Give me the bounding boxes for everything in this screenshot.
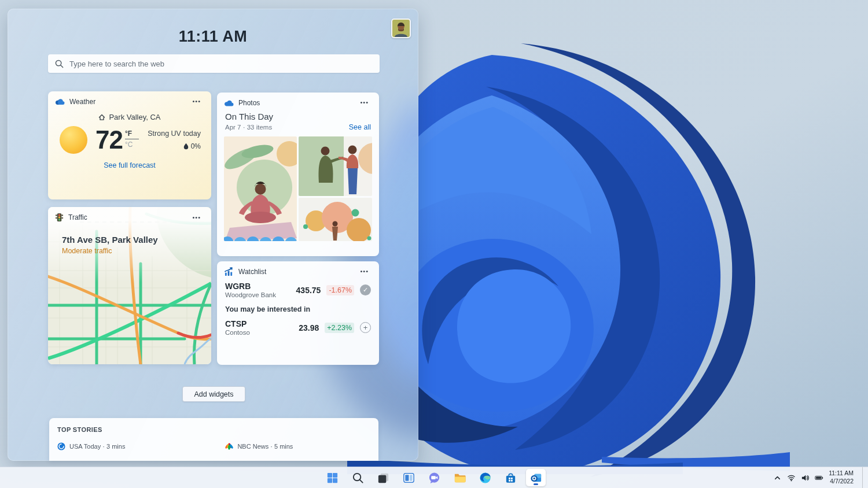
stock-symbol: WGRB: [225, 282, 290, 291]
stock-symbol: CTSP: [225, 319, 293, 328]
stock-row[interactable]: CTSP Contoso 23.98 +2.23% +: [217, 319, 379, 336]
droplet-icon: [183, 143, 189, 150]
chat-button[interactable]: [424, 469, 444, 486]
taskbar-search-button[interactable]: [348, 469, 367, 486]
stock-change: -1.67%: [326, 285, 354, 295]
widgets-button[interactable]: [399, 469, 418, 486]
web-search-bar: [48, 54, 380, 73]
taskbar: 11:11 AM 4/7/2022: [0, 467, 868, 488]
photos-heading: On This Day: [225, 112, 371, 121]
traffic-title: Traffic: [68, 213, 87, 221]
stock-change: +2.23%: [325, 323, 354, 333]
news-source-nbc-news[interactable]: NBC News · 5 mins: [225, 442, 293, 450]
home-icon: [98, 114, 105, 121]
widgets-panel: 11:11 AM Weather •••: [8, 9, 418, 461]
stock-price: 435.75: [296, 286, 321, 295]
weather-title: Weather: [69, 98, 95, 106]
chat-icon: [428, 471, 441, 485]
stock-price: 23.98: [299, 323, 319, 332]
weather-condition: Strong UV today: [148, 130, 201, 138]
weather-cloud-icon: [55, 98, 65, 105]
see-all-link[interactable]: See all: [349, 123, 371, 131]
photos-cloud-icon: [224, 99, 234, 106]
traffic-light-icon: [55, 213, 64, 222]
tray-time: 11:11 AM: [829, 469, 854, 478]
tray-date: 4/7/2022: [829, 478, 854, 486]
sun-icon: [60, 126, 87, 154]
task-view-icon: [377, 471, 390, 485]
unit-fahrenheit[interactable]: °F: [125, 130, 139, 139]
watchlist-interested-label: You may be interested in: [217, 298, 379, 313]
see-full-forecast-link[interactable]: See full forecast: [48, 161, 211, 169]
photos-collage[interactable]: [224, 136, 372, 241]
start-icon: [326, 471, 339, 485]
file-explorer-icon: [453, 471, 466, 485]
top-stories-card[interactable]: TOP STORIES USA Today · 3 mins NBC News …: [49, 418, 378, 461]
store-button[interactable]: [501, 469, 520, 486]
photo-thumbnail[interactable]: [299, 136, 372, 196]
traffic-heading: 7th Ave SB, Park Valley: [62, 235, 158, 245]
weather-location: Park Valley, CA: [109, 113, 160, 121]
news-source-usa-today[interactable]: USA Today · 3 mins: [57, 442, 125, 450]
search-icon: [55, 60, 64, 68]
stock-add-plus-icon[interactable]: +: [360, 322, 371, 333]
stock-row[interactable]: WGRB Woodgrove Bank 435.75 -1.67% ✓: [217, 282, 379, 298]
photo-two-people: [299, 136, 372, 196]
search-icon: [351, 471, 365, 485]
file-explorer-button[interactable]: [450, 469, 469, 486]
store-icon: [504, 471, 517, 485]
weather-temperature: 72: [95, 127, 123, 153]
watchlist-menu-button[interactable]: •••: [356, 267, 372, 276]
user-avatar[interactable]: [391, 19, 411, 38]
avatar-photo-icon: [392, 20, 410, 37]
usa-today-icon: [57, 442, 65, 450]
weather-precipitation: 0%: [191, 142, 201, 150]
tray-clock[interactable]: 11:11 AM 4/7/2022: [829, 469, 857, 485]
stock-name: Contoso: [225, 329, 293, 336]
search-input[interactable]: [69, 60, 373, 68]
watchlist-title: Watchlist: [238, 268, 266, 276]
photo-thumbnail[interactable]: [299, 198, 372, 241]
edge-button[interactable]: [475, 469, 495, 486]
volume-icon[interactable]: [801, 474, 810, 482]
wifi-icon[interactable]: [787, 474, 796, 482]
edge-icon: [479, 471, 492, 485]
stock-chart-icon: [224, 267, 234, 276]
start-button[interactable]: [322, 469, 342, 486]
show-desktop-button[interactable]: [862, 467, 865, 488]
nbc-news-icon: [225, 443, 233, 450]
battery-icon[interactable]: [815, 474, 823, 482]
photo-meditation: [224, 136, 297, 241]
panel-clock: 11:11 AM: [8, 28, 418, 46]
add-widgets-button[interactable]: Add widgets: [182, 386, 245, 402]
photos-subtitle: Apr 7 · 33 items: [225, 124, 272, 131]
photos-title: Photos: [238, 99, 260, 107]
stock-name: Woodgrove Bank: [225, 291, 290, 298]
traffic-status: Moderate traffic: [62, 247, 112, 255]
task-view-button[interactable]: [373, 469, 393, 486]
traffic-menu-button[interactable]: •••: [189, 213, 204, 222]
top-stories-header: TOP STORIES: [49, 418, 378, 433]
outlook-icon: [529, 471, 543, 485]
weather-menu-button[interactable]: •••: [189, 97, 204, 106]
watchlist-widget[interactable]: Watchlist ••• WGRB Woodgrove Bank 435.75…: [217, 261, 379, 365]
tray-chevron-up-icon[interactable]: [773, 474, 782, 482]
news-source-label: NBC News · 5 mins: [237, 443, 293, 450]
news-source-label: USA Today · 3 mins: [69, 443, 125, 450]
weather-widget[interactable]: Weather ••• Park Valley, CA 72 °F °C Str…: [48, 91, 211, 199]
photo-thumbnail[interactable]: [224, 136, 297, 241]
outlook-button[interactable]: [526, 469, 546, 486]
photos-menu-button[interactable]: •••: [356, 98, 372, 107]
photos-widget[interactable]: Photos ••• On This Day Apr 7 · 33 items …: [217, 93, 379, 256]
traffic-widget[interactable]: Traffic ••• 7th Ave SB, Park Valley Mode…: [48, 207, 211, 364]
unit-celsius[interactable]: °C: [125, 139, 139, 149]
stock-added-check-icon[interactable]: ✓: [360, 284, 371, 295]
active-app-indicator: [534, 483, 538, 485]
photo-circles: [299, 198, 372, 241]
widgets-icon: [402, 471, 415, 485]
